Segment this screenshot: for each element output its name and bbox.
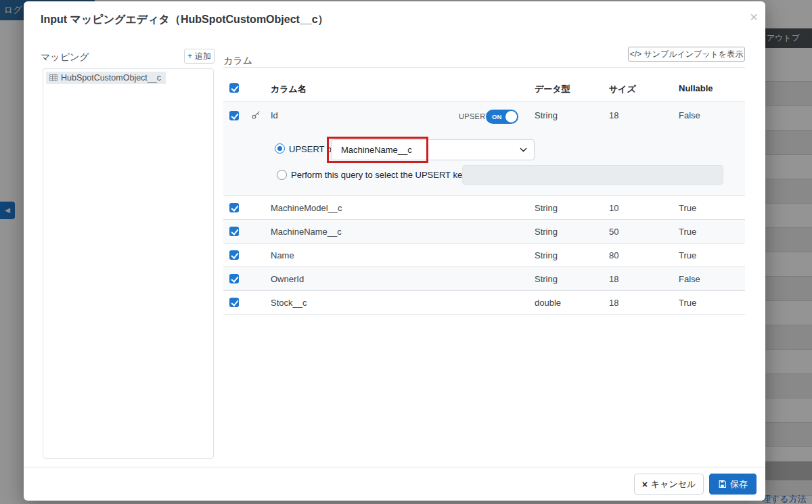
toggle-knob [505, 111, 517, 122]
table-row: Name String 80 True [223, 244, 745, 267]
row-name: MachineName__c [271, 227, 342, 237]
modal-title: Input マッピングエディタ（HubSpotCustomObject__c） [41, 13, 329, 27]
table-row: MachineModel__c String 10 True [223, 196, 745, 220]
footer-divider [24, 467, 765, 467]
row-nullable: False [679, 110, 700, 120]
show-sample-input-button[interactable]: </> サンプルインプットを表示 [628, 47, 745, 62]
header-data-type: データ型 [535, 83, 570, 95]
cancel-button-label: キャンセル [651, 478, 696, 490]
upsert-toggle[interactable]: ON [486, 110, 518, 124]
input-mapping-editor-modal: Input マッピングエディタ（HubSpotCustomObject__c） … [24, 1, 765, 501]
table-row: OwnerId String 18 False [223, 267, 745, 291]
select-all-checkbox[interactable] [229, 83, 239, 93]
row-size: 80 [609, 250, 618, 260]
row-type: String [535, 203, 558, 213]
row-size: 18 [609, 274, 618, 284]
mapping-item-label: HubSpotCustomObject__c [61, 73, 161, 83]
mapping-list-item[interactable]: HubSpotCustomObject__c [46, 72, 166, 84]
upsert-by-select[interactable]: MachineName__c [331, 139, 535, 160]
table-row-id: Id UPSERT ON String 18 False UPSERT by: … [223, 101, 745, 196]
upsert-by-radio[interactable] [275, 143, 285, 154]
row-checkbox[interactable] [229, 274, 239, 283]
upsert-query-label: Perform this query to select the UPSERT … [291, 170, 469, 180]
table-row: Stock__c double 18 True [223, 291, 745, 315]
cancel-x-icon: × [642, 480, 648, 489]
row-name: MachineModel__c [271, 203, 342, 213]
upsert-by-selected-value: MachineName__c [341, 145, 412, 155]
row-name: Name [271, 250, 294, 260]
close-icon[interactable]: × [745, 8, 763, 26]
table-grid-icon [49, 74, 58, 82]
header-nullable: Nullable [679, 83, 713, 93]
row-checkbox[interactable] [229, 250, 239, 260]
row-type: String [535, 110, 558, 120]
add-mapping-button[interactable]: + 追加 [184, 49, 215, 64]
mapping-panel-title: マッピング [41, 51, 89, 64]
row-checkbox[interactable] [229, 111, 239, 120]
chevron-down-icon [520, 146, 527, 154]
columns-table-header: カラム名 データ型 サイズ Nullable [223, 74, 745, 101]
row-checkbox[interactable] [229, 227, 239, 236]
row-size: 18 [609, 298, 618, 308]
upsert-query-radio[interactable] [277, 170, 287, 180]
row-name: Id [271, 110, 278, 120]
save-button-label: 保存 [730, 478, 748, 490]
row-checkbox[interactable] [229, 203, 239, 212]
row-type: String [535, 227, 558, 237]
row-nullable: True [679, 227, 696, 237]
table-row: MachineName__c String 50 True [223, 220, 745, 244]
row-name: OwnerId [271, 274, 304, 284]
row-checkbox[interactable] [229, 298, 239, 307]
row-nullable: True [679, 203, 696, 213]
columns-panel-title: カラム [223, 55, 252, 67]
mapping-list: HubSpotCustomObject__c [43, 68, 214, 459]
upsert-toggle-state: ON [492, 113, 501, 120]
row-nullable: False [679, 274, 700, 284]
save-floppy-icon [718, 480, 727, 488]
columns-divider [223, 67, 745, 68]
row-type: double [535, 298, 561, 308]
row-name: Stock__c [271, 298, 307, 308]
save-button[interactable]: 保存 [709, 474, 757, 495]
row-nullable: True [679, 250, 696, 260]
row-size: 50 [609, 227, 618, 237]
key-icon [251, 110, 261, 120]
row-size: 10 [609, 203, 618, 213]
row-type: String [535, 274, 558, 284]
row-nullable: True [679, 298, 696, 308]
row-type: String [535, 250, 558, 260]
upsert-query-input[interactable] [462, 165, 723, 185]
cancel-button[interactable]: × キャンセル [634, 474, 704, 495]
row-size: 18 [609, 110, 618, 120]
header-column-name: カラム名 [271, 83, 307, 95]
header-size: サイズ [609, 83, 636, 95]
